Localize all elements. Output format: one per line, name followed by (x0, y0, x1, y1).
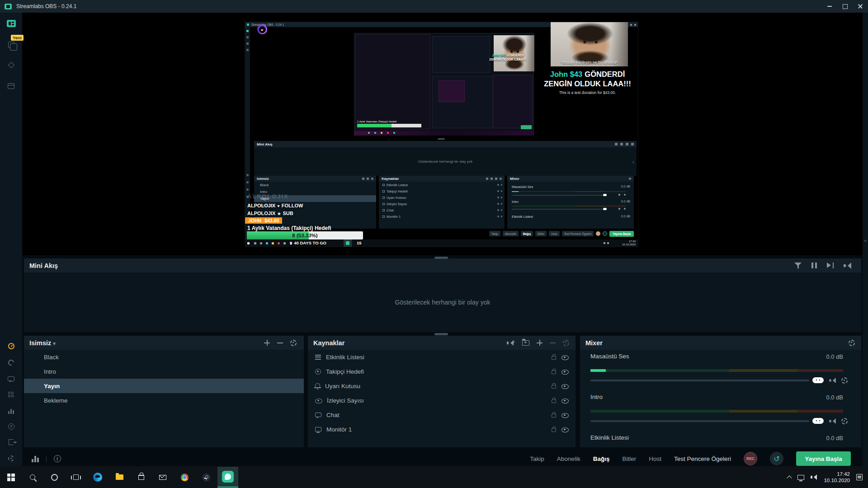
sidebar-item-chatbox[interactable] (5, 373, 17, 385)
remove-scene-icon[interactable] (277, 343, 283, 343)
scene-item[interactable]: Intro (24, 364, 304, 379)
info-icon[interactable] (54, 455, 61, 462)
add-source-icon[interactable] (537, 340, 542, 346)
golive-button[interactable]: Yayına Başla (796, 451, 851, 466)
eye-icon[interactable] (561, 384, 568, 389)
volume-slider[interactable] (590, 420, 809, 422)
taskbar-chrome[interactable] (174, 466, 195, 488)
sidebar-item-help[interactable] (5, 421, 17, 432)
maximize-button[interactable] (837, 0, 853, 13)
preview-canvas[interactable]: Streamlabs OBS - 0.24.1 John $43 GÖNDERD (22, 13, 863, 255)
task-view-button[interactable] (65, 466, 87, 488)
test-host-button[interactable]: Host (649, 455, 661, 462)
action-center-icon[interactable] (856, 474, 863, 480)
cortana-button[interactable] (43, 466, 65, 488)
expand-dock-chevron-icon[interactable] (863, 238, 868, 243)
test-widgets-button[interactable]: Test Pencere Ögeleri (674, 455, 731, 462)
add-folder-icon[interactable] (522, 340, 529, 346)
scene-label: Yayın (44, 383, 60, 389)
taskbar-store[interactable] (130, 466, 152, 488)
performance-icon[interactable] (32, 455, 39, 462)
list-icon (315, 355, 321, 360)
minimize-button[interactable] (822, 0, 837, 13)
mixer-settings-icon[interactable] (849, 340, 855, 346)
source-row[interactable]: Uyarı Kutusu (308, 379, 576, 393)
lock-icon[interactable] (552, 356, 556, 360)
divider (46, 455, 47, 462)
volume-slider-knob[interactable] (812, 418, 824, 424)
lock-icon[interactable] (552, 428, 556, 432)
source-label: Monitör 1 (326, 426, 352, 433)
mute-icon[interactable] (829, 377, 836, 385)
mute-icon[interactable] (829, 418, 836, 426)
taskbar-steam[interactable] (195, 466, 217, 488)
fader-settings-icon[interactable] (841, 377, 848, 385)
sidebar-item-logout[interactable] (5, 436, 17, 448)
volume-slider[interactable] (590, 380, 809, 381)
resize-grip[interactable] (434, 257, 448, 259)
taskbar-streamlabs-active[interactable] (217, 466, 239, 488)
scene-item[interactable]: Bekleme (24, 393, 304, 408)
replay-buffer-button[interactable] (770, 452, 783, 465)
mixer-panel: Mixer Masaüstü Ses 0.0 dB Intro 0.0 dB E… (580, 336, 861, 447)
add-existing-source-icon[interactable] (507, 340, 515, 346)
sidebar-item-highlights[interactable] (5, 80, 17, 92)
test-takip-button[interactable]: Takip (530, 455, 544, 462)
stats-bars-icon (8, 408, 14, 414)
scene-item[interactable]: Black (24, 350, 304, 364)
taskbar-mail[interactable] (152, 466, 174, 488)
speaker-icon[interactable] (811, 474, 817, 480)
tray-chevron-icon[interactable] (787, 475, 792, 480)
l2-alert-text: John $43 GÖNDERDİ ZENGİN OLDUK LAAA!!! (482, 53, 533, 61)
test-bagis-button[interactable]: Bağış (593, 455, 610, 462)
play-icon (259, 26, 266, 33)
source-row[interactable]: İzleyici Sayısı (308, 393, 576, 408)
volume-slider-knob[interactable] (812, 377, 824, 383)
taskbar-clock[interactable]: 17:42 10.10.2020 (824, 471, 850, 483)
start-button[interactable] (0, 466, 22, 488)
scenes-title[interactable]: Isimsiz (29, 339, 56, 347)
sidebar-item-settings[interactable] (5, 453, 17, 464)
l1-rec-button (596, 231, 600, 236)
taskbar-edge[interactable] (87, 466, 108, 488)
source-settings-icon[interactable] (563, 340, 569, 346)
sidebar-item-app-store[interactable] (5, 59, 17, 70)
lock-icon[interactable] (552, 371, 556, 374)
sidebar-item-dashboard[interactable] (5, 340, 17, 352)
sidebar-item-editor[interactable] (5, 18, 17, 29)
pause-icon[interactable] (811, 263, 817, 268)
l2-screen-capture: John $43 GÖNDERDİ ZENGİN OLDUK LAAA!!! 1… (354, 33, 534, 136)
sidebar-item-layouts[interactable] (5, 389, 17, 400)
lock-icon[interactable] (552, 385, 556, 389)
remove-source-icon[interactable] (550, 343, 556, 343)
eye-icon[interactable] (561, 427, 568, 432)
filter-icon[interactable] (794, 263, 802, 269)
test-abonelik-button[interactable]: Abonelik (557, 455, 580, 462)
resize-grip[interactable] (434, 333, 448, 335)
source-row[interactable]: Takipçi Hedefi (308, 364, 576, 379)
lock-icon[interactable] (552, 399, 556, 403)
sidebar-item-recordings[interactable] (5, 357, 17, 368)
eye-icon[interactable] (561, 398, 568, 403)
network-icon[interactable] (797, 475, 804, 480)
eye-icon[interactable] (561, 369, 568, 374)
scene-settings-icon[interactable] (290, 340, 297, 346)
sidebar-item-stats[interactable] (5, 405, 17, 417)
streamlabs-icon (222, 471, 234, 483)
eye-icon[interactable] (561, 355, 568, 360)
record-button[interactable]: REC (744, 452, 757, 465)
test-bitler-button[interactable]: Bitler (622, 455, 636, 462)
eye-icon[interactable] (561, 413, 568, 418)
scene-item-selected[interactable]: Yayın (24, 379, 304, 393)
lock-icon[interactable] (552, 414, 556, 418)
taskbar-explorer[interactable] (108, 466, 130, 488)
taskbar-search-button[interactable] (22, 466, 43, 488)
close-button[interactable] (853, 0, 868, 13)
skip-to-end-icon[interactable] (827, 263, 834, 268)
source-row[interactable]: Monitör 1 (308, 422, 576, 436)
volume-icon[interactable] (844, 263, 851, 269)
source-row[interactable]: Etkinlik Listesi (308, 350, 576, 364)
add-scene-icon[interactable] (264, 340, 270, 346)
fader-settings-icon[interactable] (841, 418, 848, 426)
source-row[interactable]: Chat (308, 408, 576, 422)
